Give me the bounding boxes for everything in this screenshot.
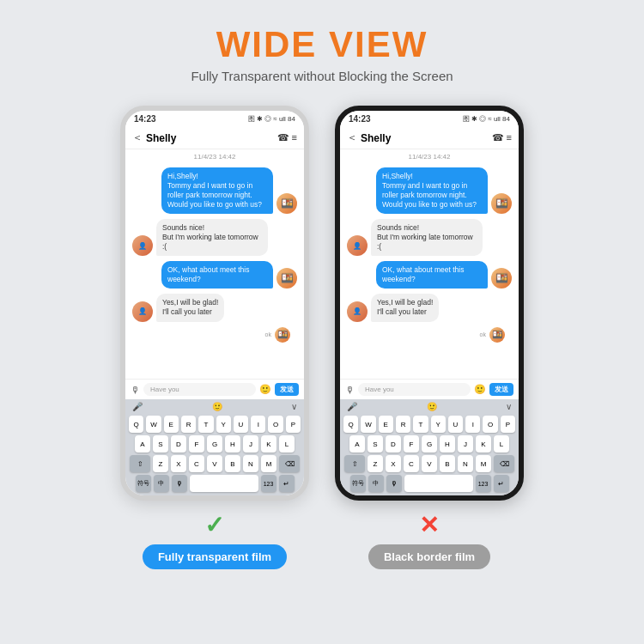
key-z[interactable]: Z [153, 455, 168, 472]
key-123-left[interactable]: 123 [261, 475, 276, 492]
key-j[interactable]: J [243, 435, 258, 453]
key-l[interactable]: L [279, 435, 295, 453]
key-mic-right[interactable]: 🎙 [386, 475, 402, 492]
msg-sent-2: 🍱 OK, what about meet this weekend? [132, 261, 297, 289]
key-n-r[interactable]: N [458, 455, 473, 472]
send-button-left[interactable]: 发送 [275, 383, 299, 396]
status-time-left: 14:23 [134, 114, 156, 124]
key-f[interactable]: F [189, 435, 204, 453]
key-w[interactable]: W [146, 416, 161, 433]
phone-left: 14:23 图 ✱ ◎ ≈ ull 84 ＜ Shelly ☎ ≡ 11/4/2… [120, 106, 309, 501]
mic-icon-left: 🎙 [131, 385, 140, 395]
avatar-user-r1: 👤 [347, 235, 368, 256]
key-m-r[interactable]: M [476, 455, 491, 472]
key-r[interactable]: R [181, 416, 196, 433]
msg-received-r1: 👤 Sounds nice!But I'm working late tomor… [347, 219, 512, 256]
key-h-r[interactable]: H [440, 435, 455, 453]
key-shift-right[interactable]: ⇧ [344, 455, 365, 472]
kb-row-4-left: 符号 中 🎙 123 ↵ [129, 475, 301, 492]
key-y[interactable]: Y [216, 416, 231, 433]
kb-down-left: ∨ [291, 402, 297, 411]
chat-header-left: ＜ Shelly ☎ ≡ [125, 127, 304, 149]
key-del-left[interactable]: ⌫ [279, 455, 300, 472]
key-v-r[interactable]: V [422, 455, 437, 472]
status-bar-left: 14:23 图 ✱ ◎ ≈ ull 84 [125, 111, 304, 127]
bubble-sent-r1: Hi,Shelly!Tommy and I want to go in roll… [376, 167, 488, 214]
key-i[interactable]: I [251, 416, 265, 433]
key-l-r[interactable]: L [494, 435, 509, 453]
send-button-right[interactable]: 发送 [489, 383, 513, 396]
key-k[interactable]: K [261, 435, 276, 453]
input-field-right[interactable]: Have you [358, 383, 471, 396]
back-icon-left: ＜ [132, 131, 143, 145]
key-d[interactable]: D [171, 435, 186, 453]
key-space-left[interactable] [190, 475, 258, 492]
key-o[interactable]: O [268, 416, 283, 433]
key-d-r[interactable]: D [386, 435, 401, 453]
key-k-r[interactable]: K [476, 435, 491, 453]
checkmark-right: ✕ [419, 511, 439, 539]
kb-row-4-right: 符号 中 🎙 123 ↵ [343, 475, 515, 492]
key-o-r[interactable]: O [483, 416, 497, 433]
key-zh-right[interactable]: 中 [368, 475, 384, 492]
chat-action-icons-left: ☎ ≡ [277, 132, 297, 143]
key-n[interactable]: N [243, 455, 258, 472]
key-a[interactable]: A [135, 435, 150, 453]
key-p-r[interactable]: P [501, 416, 515, 433]
key-z-r[interactable]: Z [368, 455, 383, 472]
key-b[interactable]: B [225, 455, 240, 472]
key-g[interactable]: G [207, 435, 222, 453]
key-b-r[interactable]: B [440, 455, 455, 472]
avatar-user-r2: 👤 [347, 301, 368, 322]
key-t-r[interactable]: T [413, 416, 428, 433]
chat-name-left: Shelly [146, 132, 277, 144]
key-fuhao-right[interactable]: 符号 [350, 475, 366, 492]
key-s-r[interactable]: S [368, 435, 383, 453]
key-v[interactable]: V [207, 455, 222, 472]
bubble-received-r1: Sounds nice!But I'm working late tomorro… [371, 219, 483, 256]
ok-status-right: ok 🍱 [347, 327, 512, 343]
key-123-right[interactable]: 123 [476, 475, 491, 492]
key-fuhao-left[interactable]: 符号 [136, 475, 151, 492]
key-j-r[interactable]: J [458, 435, 473, 453]
input-bar-right[interactable]: 🎙 Have you 🙂 发送 [340, 379, 519, 399]
key-enter-right[interactable]: ↵ [494, 475, 509, 492]
key-c-r[interactable]: C [404, 455, 419, 472]
key-m[interactable]: M [261, 455, 276, 472]
key-e[interactable]: E [164, 416, 179, 433]
status-time-right: 14:23 [349, 114, 371, 124]
key-f-r[interactable]: F [404, 435, 419, 453]
msg-sent-1: 🍱 Hi,Shelly!Tommy and I want to go in ro… [132, 167, 297, 214]
key-w-r[interactable]: W [361, 416, 375, 433]
key-p[interactable]: P [286, 416, 301, 433]
kb-row-2-left: A S D F G H J K L [129, 435, 301, 453]
key-i-r[interactable]: I [465, 416, 480, 433]
key-q-r[interactable]: Q [343, 416, 358, 433]
key-zh-left[interactable]: 中 [154, 475, 169, 492]
key-g-r[interactable]: G [422, 435, 437, 453]
key-u[interactable]: U [234, 416, 248, 433]
key-shift-left[interactable]: ⇧ [130, 455, 150, 472]
key-x-r[interactable]: X [386, 455, 401, 472]
key-h[interactable]: H [225, 435, 240, 453]
input-field-left[interactable]: Have you [143, 383, 256, 396]
key-x[interactable]: X [171, 455, 186, 472]
page-subtitle: Fully Transparent without Blocking the S… [191, 69, 453, 83]
key-c[interactable]: C [189, 455, 204, 472]
key-space-right[interactable] [404, 475, 473, 492]
key-del-right[interactable]: ⌫ [494, 455, 514, 472]
key-q[interactable]: Q [129, 416, 143, 433]
key-enter-left[interactable]: ↵ [279, 475, 295, 492]
phone-left-wrapper: 14:23 图 ✱ ◎ ≈ ull 84 ＜ Shelly ☎ ≡ 11/4/2… [120, 106, 309, 569]
key-e-r[interactable]: E [379, 416, 393, 433]
key-mic-left[interactable]: 🎙 [172, 475, 187, 492]
emoji-icon-right: 🙂 [474, 384, 486, 395]
key-r-r[interactable]: R [396, 416, 410, 433]
key-u-r[interactable]: U [448, 416, 463, 433]
input-bar-left[interactable]: 🎙 Have you 🙂 发送 [125, 379, 304, 399]
key-a-r[interactable]: A [349, 435, 365, 453]
key-y-r[interactable]: Y [431, 416, 446, 433]
key-t[interactable]: T [198, 416, 213, 433]
phone-right-wrapper: 14:23 图 ✱ ◎ ≈ ull 84 ＜ Shelly ☎ ≡ 11/4/2… [335, 106, 524, 569]
key-s[interactable]: S [153, 435, 168, 453]
